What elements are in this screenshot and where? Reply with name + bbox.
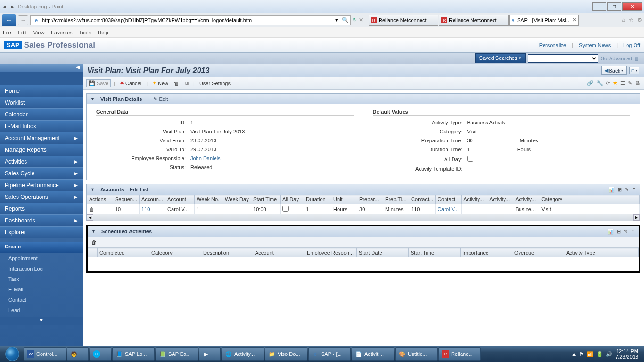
- cancel-button[interactable]: ✖Cancel: [118, 79, 143, 87]
- create-task[interactable]: Task: [0, 274, 83, 284]
- browser-tab-active[interactable]: eSAP - [Visit Plan: Visi...✕: [509, 15, 579, 26]
- menu-favorites[interactable]: Favorites: [51, 30, 72, 35]
- save-button[interactable]: 💾Save: [86, 79, 111, 87]
- sidebar-item-worklist[interactable]: Worklist: [0, 97, 83, 108]
- tray-icon[interactable]: ⚑: [579, 351, 584, 357]
- trash-icon[interactable]: 🗑: [634, 56, 639, 61]
- logoff-link[interactable]: Log Off: [623, 42, 640, 48]
- taskbar-item[interactable]: 📗SAP Ea...: [156, 347, 198, 361]
- search-icon[interactable]: 🔍: [342, 17, 348, 23]
- saved-search-select[interactable]: [528, 54, 598, 63]
- menu-file[interactable]: File: [3, 30, 11, 35]
- taskbar-item[interactable]: eSAP - [...: [308, 347, 351, 361]
- taskbar-item[interactable]: 📄Activiti...: [352, 347, 394, 361]
- tool-icon[interactable]: 🔗: [587, 80, 594, 86]
- taskbar-item[interactable]: ▶: [199, 347, 221, 361]
- personalize-link[interactable]: Personalize: [539, 42, 566, 48]
- scroll-right-icon[interactable]: ▶: [633, 214, 640, 221]
- browser-tab[interactable]: RReliance Netconnect: [369, 15, 438, 26]
- table-row[interactable]: 🗑 10 110 Carol V... 1 10:00 1 Hours 30 M…: [87, 204, 640, 214]
- edit-button[interactable]: ✎ Edit: [153, 96, 168, 102]
- menu-edit[interactable]: Edit: [18, 30, 27, 35]
- url-input[interactable]: [42, 17, 333, 23]
- edit-icon[interactable]: ✎: [625, 187, 629, 193]
- sidebar-item-account-management[interactable]: Account Management▶: [0, 132, 83, 144]
- taskbar-item[interactable]: 🎨Untitle...: [395, 347, 438, 361]
- sidebar-collapse-button[interactable]: ◀: [0, 64, 83, 72]
- browser-back-button[interactable]: ←: [2, 14, 16, 26]
- edit-icon[interactable]: ✎: [628, 80, 632, 86]
- browser-tab[interactable]: RReliance Netconnect: [439, 15, 509, 26]
- sidebar-item-reports[interactable]: Reports: [0, 203, 83, 214]
- taskbar-item[interactable]: S: [90, 347, 111, 361]
- create-email[interactable]: E-Mail: [0, 284, 83, 295]
- sidebar-item-explorer[interactable]: Explorer: [0, 226, 83, 238]
- user-settings-button[interactable]: User Settings: [198, 80, 232, 87]
- saved-searches-button[interactable]: Saved Searches ▾: [475, 53, 526, 63]
- refresh-icon[interactable]: ⟳: [606, 80, 610, 86]
- scroll-left-icon[interactable]: ◀: [87, 214, 93, 221]
- sidebar-item-pipeline[interactable]: Pipeline Performance▶: [0, 179, 83, 191]
- go-link[interactable]: Go: [600, 56, 607, 61]
- horizontal-scrollbar[interactable]: ◀ ▶: [87, 214, 640, 221]
- allday-row-checkbox[interactable]: [282, 206, 289, 212]
- create-appointment[interactable]: Appointment: [0, 253, 83, 263]
- clock[interactable]: 12:14 PM 7/23/2013: [615, 348, 638, 360]
- edit-icon[interactable]: ✎: [624, 229, 628, 235]
- battery-icon[interactable]: 🔋: [596, 351, 603, 357]
- new-button[interactable]: ✦New: [150, 79, 170, 87]
- window-close-button[interactable]: ✕: [622, 2, 642, 11]
- sidebar-expand-button[interactable]: ▼: [0, 317, 83, 325]
- home-icon[interactable]: ⌂: [622, 17, 625, 23]
- window-minimize-button[interactable]: —: [592, 2, 606, 11]
- sidebar-item-sales-cycle[interactable]: Sales Cycle▶: [0, 167, 83, 179]
- stop-icon[interactable]: ✕: [359, 17, 363, 23]
- sound-icon[interactable]: 🔊: [606, 351, 612, 357]
- dropdown-icon[interactable]: ▾: [335, 17, 338, 23]
- print-icon[interactable]: 🖶: [635, 80, 640, 86]
- back-button[interactable]: ◀Back▾: [601, 66, 627, 75]
- chart-icon[interactable]: 📊: [607, 229, 614, 235]
- taskbar-item[interactable]: RRelianc...: [438, 347, 481, 361]
- delete-button[interactable]: 🗑: [172, 80, 181, 87]
- history-fwd-icon[interactable]: ►: [10, 4, 15, 9]
- menu-view[interactable]: View: [33, 30, 45, 35]
- gear-icon[interactable]: ⚙: [637, 17, 642, 23]
- allday-checkbox[interactable]: [467, 156, 473, 162]
- sidebar-item-email-inbox[interactable]: E-Mail Inbox: [0, 120, 83, 132]
- create-interaction-log[interactable]: Interaction Log: [0, 263, 83, 274]
- taskbar-item[interactable]: 🧑: [67, 347, 89, 361]
- favorite-icon[interactable]: ★: [613, 80, 618, 86]
- export-icon[interactable]: ⊞: [617, 229, 621, 235]
- history-split-button[interactable]: ◻▾: [629, 67, 639, 74]
- collapse-up-icon[interactable]: ⌃: [631, 229, 635, 235]
- collapse-icon[interactable]: ▼: [91, 229, 96, 234]
- collapse-icon[interactable]: ▼: [91, 187, 95, 192]
- favorites-icon[interactable]: ☆: [629, 17, 634, 23]
- copy-button[interactable]: ⧉: [183, 79, 190, 87]
- account-id-link[interactable]: 110: [140, 204, 165, 214]
- collapse-icon[interactable]: ▼: [91, 97, 95, 101]
- list-icon[interactable]: ☰: [620, 80, 625, 86]
- window-maximize-button[interactable]: □: [607, 2, 621, 11]
- trash-icon[interactable]: 🗑: [89, 206, 94, 212]
- refresh-icon[interactable]: ↻: [353, 17, 357, 23]
- wrench-icon[interactable]: 🔧: [596, 80, 603, 86]
- sidebar-item-activities[interactable]: Activities▶: [0, 156, 83, 167]
- create-contact[interactable]: Contact: [0, 295, 83, 305]
- taskbar-item[interactable]: 📘SAP Lo...: [112, 347, 155, 361]
- sidebar-item-dashboards[interactable]: Dashboards▶: [0, 214, 83, 226]
- sidebar-item-calendar[interactable]: Calendar: [0, 108, 83, 120]
- taskbar-item[interactable]: 📁Viso Do...: [265, 347, 307, 361]
- browser-forward-button[interactable]: →: [18, 15, 28, 25]
- trash-icon[interactable]: 🗑: [91, 239, 97, 245]
- contact-link[interactable]: Carol V...: [436, 204, 462, 214]
- export-icon[interactable]: ⊞: [618, 187, 622, 193]
- network-icon[interactable]: 📶: [587, 351, 594, 357]
- chart-icon[interactable]: 📊: [608, 187, 615, 193]
- menu-tools[interactable]: Tools: [79, 30, 91, 35]
- menu-help[interactable]: Help: [98, 30, 108, 35]
- close-icon[interactable]: ✕: [572, 17, 577, 23]
- edit-list-button[interactable]: Edit List: [130, 187, 148, 192]
- taskbar-item[interactable]: 🌐Activity...: [222, 347, 264, 361]
